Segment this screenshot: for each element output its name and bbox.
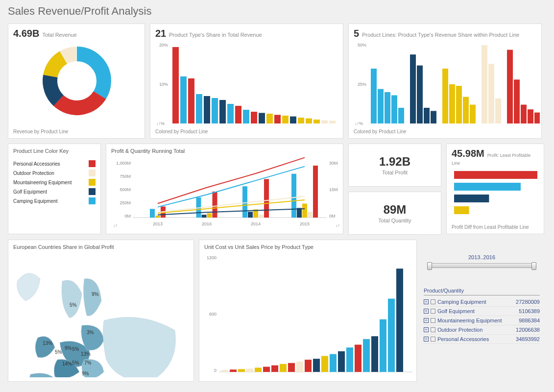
slider-handle-right[interactable] xyxy=(531,262,536,270)
svg-text:3%: 3% xyxy=(87,330,94,335)
row-3: European Countries Share in Global Profi… xyxy=(8,240,546,382)
legend-label: Camping Equipment xyxy=(13,198,89,204)
unitcost-title: Unit Cost vs Unit Sales Price by Product… xyxy=(204,244,411,250)
svg-rect-13 xyxy=(212,98,218,123)
svg-text:600: 600 xyxy=(209,312,217,317)
svg-rect-39 xyxy=(424,108,430,123)
svg-rect-48 xyxy=(495,98,501,123)
unitcost-chart: 1200 600 0 xyxy=(204,252,415,377)
svg-rect-104 xyxy=(454,206,469,214)
svg-rect-132 xyxy=(305,360,312,372)
svg-rect-28 xyxy=(329,121,336,123)
svg-rect-102 xyxy=(454,183,521,191)
legend-row[interactable]: Mountaineering Equipment xyxy=(13,179,96,186)
checkbox[interactable] xyxy=(431,299,435,304)
legend-swatch xyxy=(89,160,96,167)
checkbox[interactable] xyxy=(431,318,435,323)
expand-icon[interactable]: + xyxy=(424,299,429,304)
bar21-card[interactable]: 21Product Type's Share in Total Revenue … xyxy=(150,24,343,139)
legend-row[interactable]: Personal Accessories xyxy=(13,160,96,167)
checkbox[interactable] xyxy=(431,337,435,342)
svg-text:9%: 9% xyxy=(82,371,89,376)
least-chart xyxy=(452,166,542,224)
slider-handle-left[interactable] xyxy=(427,262,432,270)
bar21-footer: Colored by Product Line xyxy=(155,129,338,134)
checkbox[interactable] xyxy=(431,327,435,332)
tree-row[interactable]: +Mountaineering Equipment9886384 xyxy=(424,316,540,325)
legend-row[interactable]: Camping Equipment xyxy=(13,197,96,204)
svg-text:2014: 2014 xyxy=(251,221,261,226)
svg-rect-133 xyxy=(313,359,320,372)
tree-row[interactable]: +Personal Accessories34893992 xyxy=(424,335,540,344)
tree-row[interactable]: +Camping Equipment27280009 xyxy=(424,297,540,307)
least-footer: Profit Diff from Least Profitable Line xyxy=(452,224,539,230)
legend-row[interactable]: Outdoor Protection xyxy=(13,170,96,176)
svg-rect-32 xyxy=(371,69,377,123)
unitcost-card[interactable]: Unit Cost vs Unit Sales Price by Product… xyxy=(199,240,417,382)
total-qty-label: Total Quantity xyxy=(354,218,436,223)
svg-rect-21 xyxy=(274,115,281,123)
svg-text:2016: 2016 xyxy=(202,221,212,226)
bar5-card[interactable]: 5Product Lines: Product Type's Revenue S… xyxy=(348,24,542,139)
tree-value: 27280009 xyxy=(516,299,540,305)
svg-rect-27 xyxy=(321,121,328,123)
svg-text:5%: 5% xyxy=(72,346,79,352)
svg-text:↓↑%: ↓↑% xyxy=(355,121,363,126)
tree-row[interactable]: +Golf Equipment5106389 xyxy=(424,307,540,316)
expand-icon[interactable]: + xyxy=(424,337,429,342)
checkbox[interactable] xyxy=(431,309,435,314)
svg-line-85 xyxy=(256,158,305,173)
svg-rect-11 xyxy=(196,94,202,123)
svg-rect-47 xyxy=(488,64,494,123)
svg-rect-122 xyxy=(221,370,228,372)
tree-label: Mountaineering Equipment xyxy=(437,318,502,323)
svg-rect-46 xyxy=(482,45,487,123)
svg-text:15M: 15M xyxy=(329,187,338,192)
svg-text:9%: 9% xyxy=(65,345,72,351)
expand-icon[interactable]: + xyxy=(424,327,429,332)
donut-card[interactable]: 4.69BTotal Revenue Revenue by Product Li… xyxy=(8,24,145,139)
running-card[interactable]: Profit & Quantity Running Total 1,000M 7… xyxy=(106,144,343,234)
svg-rect-17 xyxy=(243,110,249,123)
map-card[interactable]: European Countries Share in Global Profi… xyxy=(8,240,194,382)
svg-rect-49 xyxy=(507,50,513,123)
svg-line-81 xyxy=(207,180,256,195)
bar21-kpi: 21 xyxy=(155,28,166,39)
least-profit-card[interactable]: 45.98MProfit: Least Profitable Line Prof… xyxy=(446,144,544,234)
row-2: Product Line Color Key Personal Accessor… xyxy=(8,144,546,235)
slider-track[interactable] xyxy=(429,263,535,268)
year-slider[interactable]: 2013..2016 xyxy=(425,254,539,268)
svg-rect-18 xyxy=(251,112,257,123)
expand-icon[interactable]: + xyxy=(424,309,429,314)
tree-row[interactable]: +Outdoor Protection12006638 xyxy=(424,325,540,335)
svg-line-84 xyxy=(207,173,256,188)
bar5-chart: 50% 25% ↓↑% xyxy=(354,39,540,127)
tree-label: Personal Accessories xyxy=(437,336,489,342)
svg-rect-128 xyxy=(271,366,278,372)
svg-rect-34 xyxy=(385,92,390,123)
svg-rect-16 xyxy=(235,106,241,123)
svg-rect-19 xyxy=(259,113,265,123)
svg-rect-129 xyxy=(280,364,287,372)
svg-rect-140 xyxy=(371,336,378,372)
legend-row[interactable]: Golf Equipment xyxy=(13,188,96,195)
total-qty-card[interactable]: 89M Total Quantity xyxy=(348,192,441,235)
expand-icon[interactable]: + xyxy=(424,318,429,323)
donut-footer: Revenue by Product Line xyxy=(13,129,140,134)
svg-line-82 xyxy=(256,167,305,181)
page-title: Sales Revenue/Profit Analysis xyxy=(8,5,546,18)
svg-rect-77 xyxy=(202,215,207,218)
legend-label: Golf Equipment xyxy=(13,189,89,195)
svg-rect-74 xyxy=(308,212,313,218)
svg-rect-10 xyxy=(188,78,194,123)
bar5-kpi-label: Product Lines: Product Type's Revenue Sh… xyxy=(362,32,519,38)
svg-rect-142 xyxy=(388,299,395,372)
svg-text:14%: 14% xyxy=(62,361,72,367)
svg-rect-130 xyxy=(288,363,295,372)
svg-rect-14 xyxy=(219,100,226,123)
svg-text:13%: 13% xyxy=(81,351,91,357)
svg-rect-24 xyxy=(298,118,304,123)
total-profit-card[interactable]: 1.92B Total Profit xyxy=(348,144,441,187)
legend-card: Product Line Color Key Personal Accessor… xyxy=(8,144,101,234)
svg-rect-8 xyxy=(172,47,179,123)
